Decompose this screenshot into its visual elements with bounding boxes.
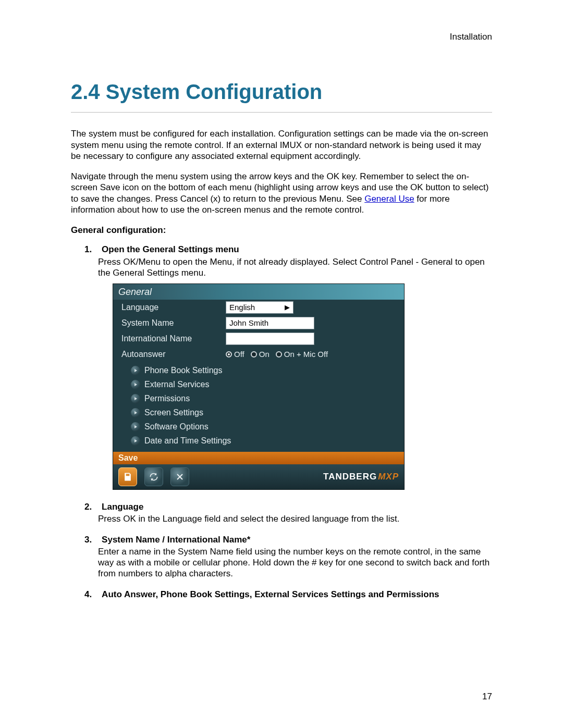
language-value: English [229,303,255,313]
title-rule [71,112,492,113]
brand-logo: TANDBERGMXP [323,471,399,482]
intro-para-2: Navigate through the menu system using t… [71,171,492,215]
step-4-num: 4. [84,589,92,599]
row-system-name: System Name John Smith [116,315,401,331]
panel-title: General [113,284,404,300]
sub-item-label: Phone Book Settings [144,365,222,376]
autoanswer-on-radio[interactable]: On [251,350,270,360]
step-1-body: Press OK/Menu to open the Menu, if not a… [84,256,492,279]
section-title: 2.4 System Configuration [71,79,492,105]
step-1-title: Open the General Settings menu [102,244,239,254]
row-autoanswer: Autoanswer Off On On + Mic Off [116,347,401,362]
international-name-input[interactable] [226,332,314,345]
close-icon [175,472,185,482]
play-icon [131,408,140,417]
intro-para-1: The system must be configured for each i… [71,128,492,162]
sub-item-label: Screen Settings [144,408,203,418]
page-number: 17 [482,691,492,702]
system-name-label: System Name [116,318,226,328]
language-label: Language [116,302,226,313]
button-bar: TANDBERGMXP [113,464,404,489]
brand-main: TANDBERG [323,472,377,482]
radio-dot-icon [276,351,282,357]
play-icon [131,394,140,403]
step-3-num: 3. [84,535,92,545]
autoanswer-on-label: On [259,350,270,360]
refresh-button[interactable] [144,467,163,486]
sub-external-services[interactable]: External Services [131,377,401,391]
sub-date-time-settings[interactable]: Date and Time Settings [131,434,401,448]
step-3: 3. System Name / International Name* Ent… [84,534,492,579]
language-select[interactable]: English ▶ [226,301,293,314]
sub-item-label: External Services [144,379,210,390]
general-config-subhead: General configuration: [71,225,492,236]
running-head: Installation [71,31,492,42]
row-language: Language English ▶ [116,300,401,315]
step-1-num: 1. [84,244,92,254]
row-international-name: International Name [116,331,401,347]
settings-sublist: Phone Book Settings External Services Pe… [116,362,401,450]
autoanswer-onmic-label: On + Mic Off [284,350,328,360]
step-1: 1. Open the General Settings menu Press … [84,244,492,490]
step-2-title: Language [102,502,143,512]
save-button[interactable] [118,467,137,486]
sub-item-label: Software Options [144,422,209,432]
general-use-link[interactable]: General Use [364,194,414,204]
autoanswer-off-radio[interactable]: Off [226,350,244,360]
sub-permissions[interactable]: Permissions [131,391,401,405]
autoanswer-off-label: Off [234,350,244,360]
sub-item-label: Permissions [144,393,190,404]
step-3-body: Enter a name in the System Name field us… [84,546,492,579]
sub-screen-settings[interactable]: Screen Settings [131,405,401,419]
step-3-title: System Name / International Name* [102,535,250,545]
save-bar-label: Save [113,452,404,464]
sub-item-label: Date and Time Settings [144,436,231,446]
cancel-button[interactable] [170,467,189,486]
play-icon [131,422,140,431]
radio-dot-icon [226,351,232,357]
general-settings-panel: General Language English ▶ System Name [113,283,405,490]
sub-phone-book-settings[interactable]: Phone Book Settings [131,363,401,377]
refresh-icon [149,472,159,482]
autoanswer-onmic-radio[interactable]: On + Mic Off [276,350,328,360]
step-4: 4. Auto Answer, Phone Book Settings, Ext… [84,589,492,600]
step-2-num: 2. [84,502,92,512]
international-name-label: International Name [116,334,226,344]
chevron-right-icon: ▶ [285,303,290,312]
save-icon [123,472,133,482]
autoanswer-label: Autoanswer [116,349,226,360]
step-2-body: Press OK in the Language field and selec… [84,513,492,524]
step-2: 2. Language Press OK in the Language fie… [84,501,492,525]
play-icon [131,436,140,446]
system-name-input[interactable]: John Smith [226,317,314,329]
brand-sub: MXP [378,472,399,482]
step-4-title: Auto Answer, Phone Book Settings, Extern… [102,589,439,599]
play-icon [131,366,140,375]
radio-dot-icon [251,351,257,357]
sub-software-options[interactable]: Software Options [131,419,401,434]
play-icon [131,380,140,389]
